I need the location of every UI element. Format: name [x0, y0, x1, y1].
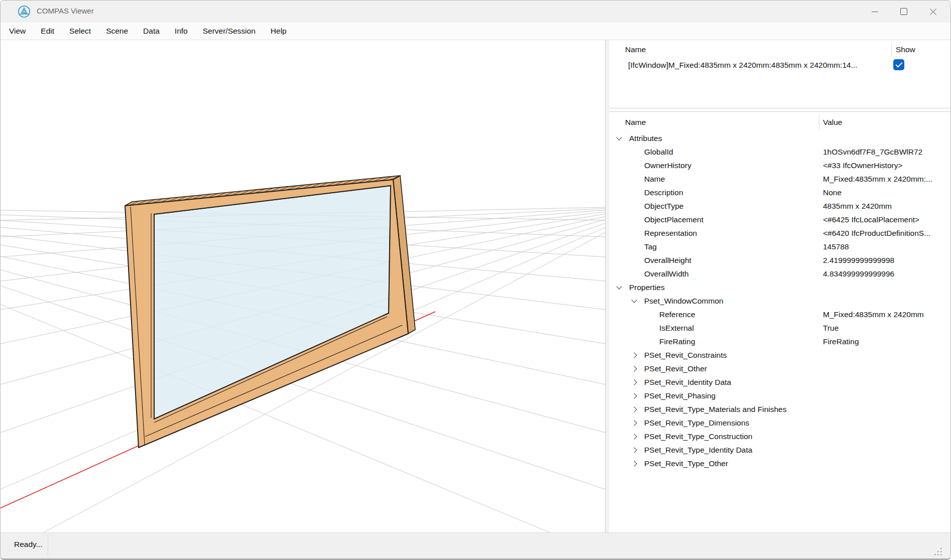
tree-row[interactable]: Properties	[609, 281, 950, 294]
tree-row[interactable]: Attributes	[609, 131, 950, 145]
status-divider	[48, 535, 48, 556]
chevron-right-icon[interactable]	[631, 448, 644, 452]
property-name: PSet_Revit_Type_Identity Data	[644, 446, 752, 455]
menu-item-server-session[interactable]: Server/Session	[195, 23, 263, 40]
menu-item-info[interactable]: Info	[167, 23, 195, 40]
property-name: PSet_Revit_Identity Data	[644, 378, 731, 387]
panel-splitter-vertical[interactable]	[605, 40, 609, 532]
chevron-right-icon[interactable]	[631, 353, 644, 357]
chevron-right-icon[interactable]	[631, 380, 644, 384]
maximize-button[interactable]	[889, 1, 918, 23]
tree-row[interactable]: OwnerHistory<#33 IfcOwnerHistory>	[609, 159, 950, 172]
app-window: COMPAS Viewer ViewEditSelectSceneDataInf…	[0, 0, 951, 560]
panel-splitter-horizontal[interactable]	[609, 108, 950, 112]
titlebar[interactable]: COMPAS Viewer	[1, 1, 950, 23]
window-title: COMPAS Viewer	[37, 7, 94, 15]
chevron-down-icon[interactable]	[631, 300, 644, 302]
viewport-3d[interactable]	[1, 40, 605, 532]
property-name: PSet_Revit_Type_Materials and Finishes	[644, 405, 786, 414]
chevron-right-icon[interactable]	[631, 421, 644, 425]
menubar: ViewEditSelectSceneDataInfoServer/Sessio…	[1, 23, 950, 40]
property-value: 145788	[823, 242, 849, 251]
tree-row[interactable]: PSet_Revit_Phasing	[609, 389, 950, 402]
property-name: Representation	[644, 229, 697, 238]
scene-name-header[interactable]: Name	[625, 45, 646, 54]
tree-row[interactable]: NameM_Fixed:4835mm x 2420mm:...	[609, 172, 950, 186]
tree-row[interactable]: Pset_WindowCommon	[609, 294, 950, 308]
property-name: OverallHeight	[644, 256, 691, 265]
scene-tree-panel: Name Show [IfcWindow]M_Fixed:4835mm x 24…	[609, 40, 950, 108]
tree-row[interactable]: IsExternalTrue	[609, 321, 950, 335]
close-button[interactable]	[918, 1, 947, 23]
tree-row[interactable]: PSet_Revit_Type_Other	[609, 457, 950, 470]
chevron-down-icon[interactable]	[616, 286, 629, 289]
props-name-header[interactable]: Name	[625, 118, 646, 127]
chevron-right-icon[interactable]	[631, 367, 644, 371]
tree-row[interactable]: PSet_Revit_Type_Identity Data	[609, 443, 950, 457]
tree-row[interactable]: PSet_Revit_Other	[609, 362, 950, 375]
tree-row[interactable]: Representation<#6420 IfcProductDefinitio…	[609, 226, 950, 240]
property-name: FireRating	[659, 337, 695, 346]
statusbar: Ready...	[1, 532, 950, 558]
menu-item-data[interactable]: Data	[136, 23, 167, 40]
property-name: Tag	[644, 242, 657, 251]
tree-row[interactable]: PSet_Revit_Constraints	[609, 348, 950, 362]
property-name: Reference	[659, 310, 695, 319]
property-value: None	[823, 188, 842, 197]
close-icon	[929, 8, 937, 16]
tree-row[interactable]: ReferenceM_Fixed:4835mm x 2420mm	[609, 308, 950, 321]
resize-grip[interactable]	[934, 548, 942, 556]
property-name: Attributes	[629, 134, 662, 143]
menu-item-select[interactable]: Select	[62, 23, 98, 40]
tree-row[interactable]: Tag145788	[609, 240, 950, 253]
tree-row[interactable]: PSet_Revit_Type_Materials and Finishes	[609, 402, 950, 416]
property-name: GlobalId	[644, 148, 673, 157]
property-value: M_Fixed:4835mm x 2420mm	[823, 310, 924, 319]
minimize-button[interactable]	[860, 1, 889, 23]
menu-item-edit[interactable]: Edit	[33, 23, 62, 40]
tree-row[interactable]: DescriptionNone	[609, 186, 950, 199]
props-value-header[interactable]: Value	[823, 118, 843, 127]
property-value: <#6425 IfcLocalPlacement>	[823, 215, 919, 224]
scene-show-header[interactable]: Show	[896, 45, 915, 54]
caption-buttons	[860, 1, 947, 23]
tree-row[interactable]: FireRatingFireRating	[609, 335, 950, 348]
maximize-icon	[900, 8, 907, 15]
show-checkbox[interactable]	[893, 59, 904, 70]
property-value: 4835mm x 2420mm	[823, 202, 892, 211]
property-name: ObjectPlacement	[644, 215, 703, 224]
menu-item-scene[interactable]: Scene	[98, 23, 136, 40]
property-value: True	[823, 324, 839, 333]
right-panel: Name Show [IfcWindow]M_Fixed:4835mm x 24…	[609, 40, 950, 532]
menu-item-help[interactable]: Help	[263, 23, 294, 40]
tree-row[interactable]: PSet_Revit_Type_Dimensions	[609, 416, 950, 430]
chevron-right-icon[interactable]	[631, 407, 644, 411]
app-icon	[18, 5, 31, 18]
check-icon	[895, 60, 902, 67]
property-name: OwnerHistory	[644, 161, 691, 170]
tree-row[interactable]: PSet_Revit_Identity Data	[609, 375, 950, 389]
property-value: FireRating	[823, 337, 859, 346]
property-value: 2.419999999999998	[823, 256, 894, 265]
minimize-icon	[872, 12, 878, 12]
tree-row[interactable]: OverallHeight2.419999999999998	[609, 253, 950, 267]
tree-row[interactable]: ObjectPlacement<#6425 IfcLocalPlacement>	[609, 213, 950, 226]
property-value: 1hOSvn6df7F8_7GcBWlR72	[823, 148, 922, 157]
property-value: <#6420 IfcProductDefinitionS...	[823, 229, 930, 238]
property-name: IsExternal	[659, 324, 694, 333]
tree-row[interactable]: PSet_Revit_Type_Construction	[609, 430, 950, 443]
chevron-down-icon[interactable]	[616, 137, 629, 139]
chevron-right-icon[interactable]	[631, 462, 644, 466]
status-text: Ready...	[14, 540, 43, 549]
property-name: PSet_Revit_Other	[644, 364, 707, 373]
property-name: PSet_Revit_Constraints	[644, 351, 727, 360]
tree-row[interactable]: ObjectType4835mm x 2420mm	[609, 199, 950, 213]
tree-row[interactable]: GlobalId1hOSvn6df7F8_7GcBWlR72	[609, 145, 950, 159]
tree-row[interactable]: OverallWidth4.834999999999996	[609, 267, 950, 281]
chevron-right-icon[interactable]	[631, 435, 644, 439]
chevron-right-icon[interactable]	[631, 394, 644, 398]
property-tree: AttributesGlobalId1hOSvn6df7F8_7GcBWlR72…	[609, 131, 950, 532]
scene-object-row[interactable]: [IfcWindow]M_Fixed:4835mm x 2420mm:4835m…	[628, 61, 890, 70]
property-value: M_Fixed:4835mm x 2420mm:...	[823, 175, 932, 184]
menu-item-view[interactable]: View	[2, 23, 33, 40]
